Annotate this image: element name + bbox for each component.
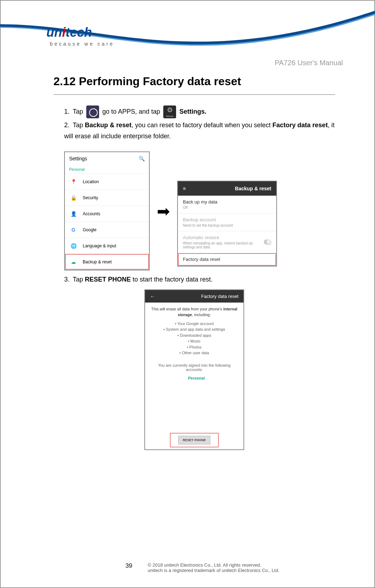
erase-item: System and app data and settings xyxy=(149,326,239,332)
brand-name: unitech xyxy=(46,25,92,40)
factory-intro: This will erase all data from your phone… xyxy=(149,306,239,318)
arrow-icon: ➡ xyxy=(157,202,170,220)
accounts-note: You are currently signed into the follow… xyxy=(145,360,243,423)
item-secondary: Need to set the backup account xyxy=(183,223,271,227)
footer-text: © 2018 unitech Electronics Co., Ltd. All… xyxy=(148,562,279,573)
settings-screen: Settings 🔍 Personal 📍 Location 🔒 Securit… xyxy=(64,151,150,270)
erase-item: Your Google account xyxy=(149,321,239,327)
factory-header: ← Factory data reset xyxy=(145,290,243,303)
reset-phone-button: RESET PHONE xyxy=(178,436,211,444)
apps-icon xyxy=(86,105,99,118)
item-primary: Back up my data xyxy=(183,199,271,205)
cloud-icon: ☁ xyxy=(71,259,76,265)
step-number: 2. xyxy=(64,120,73,131)
globe-icon: 🌐 xyxy=(71,243,76,249)
list-item-label: Language & input xyxy=(83,243,116,248)
section-number: 2.12 xyxy=(53,75,76,88)
erase-item: Photos xyxy=(149,344,239,350)
automatic-restore-item: Automatic restore When reinstalling an a… xyxy=(178,231,276,253)
step-1: 1.Tap go to APPS, and tap Settings. xyxy=(64,105,335,118)
back-arrow-icon: ← xyxy=(150,294,155,299)
item-secondary: Off xyxy=(183,206,271,210)
page-number: 39 xyxy=(125,562,132,569)
title-rule xyxy=(53,94,335,95)
erase-list: Your Google account System and app data … xyxy=(149,321,239,356)
erase-item: Other user data xyxy=(149,350,239,356)
backup-my-data-item: Back up my data Off xyxy=(178,196,276,213)
item-primary: Factory data reset xyxy=(183,257,271,262)
section-title: 2.12 Performing Factory data reset xyxy=(53,75,335,88)
search-icon: 🔍 xyxy=(139,156,145,161)
section-title-text: Performing Factory data reset xyxy=(79,75,241,88)
list-item-label: Backup & reset xyxy=(83,259,112,264)
accounts-item: 👤 Accounts xyxy=(65,206,149,222)
google-icon: G xyxy=(71,227,76,233)
brand-tagline: because we care xyxy=(50,41,114,47)
settings-icon xyxy=(163,105,176,118)
list-item-label: Google xyxy=(83,227,97,232)
screens-row: Settings 🔍 Personal 📍 Location 🔒 Securit… xyxy=(64,151,335,270)
settings-header: Settings 🔍 xyxy=(65,152,149,165)
content-area: 2.12 Performing Factory data reset 1.Tap… xyxy=(53,75,335,450)
backup-reset-screen: ≡ Backup & reset Back up my data Off Bac… xyxy=(177,181,277,267)
step-3: 3.Tap RESET PHONE to start the factory d… xyxy=(53,274,335,285)
step-number: 1. xyxy=(64,106,73,117)
step-number: 3. xyxy=(64,274,73,285)
security-item: 🔒 Security xyxy=(65,190,149,206)
step-2: 2.Tap Backup & reset, you can reset to f… xyxy=(64,120,335,141)
lock-icon: 🔒 xyxy=(71,195,76,201)
item-secondary: When reinstalling an app, restore backed… xyxy=(183,241,264,249)
settings-header-title: Settings xyxy=(69,156,87,161)
list-item-label: Location xyxy=(83,179,99,184)
reset-button-row: RESET PHONE xyxy=(145,423,243,449)
erase-item: Music xyxy=(149,338,239,344)
location-item: 📍 Location xyxy=(65,174,149,190)
factory-body: This will erase all data from your phone… xyxy=(145,303,243,360)
language-item: 🌐 Language & input xyxy=(65,238,149,254)
location-icon: 📍 xyxy=(71,179,76,185)
factory-reset-screen: ← Factory data reset This will erase all… xyxy=(144,289,244,450)
toggle-switch xyxy=(264,239,271,244)
google-item: G Google xyxy=(65,222,149,238)
list-item-label: Accounts xyxy=(83,211,100,216)
list-item-label: Security xyxy=(83,195,98,200)
factory-reset-item: Factory data reset xyxy=(178,253,276,266)
personal-section-label: Personal xyxy=(65,165,149,174)
backup-reset-item: ☁ Backup & reset xyxy=(65,254,149,270)
backup-header: ≡ Backup & reset xyxy=(178,181,276,196)
step3-screenshot-wrap: ← Factory data reset This will erase all… xyxy=(53,289,335,450)
backup-account-item: Backup account Need to set the backup ac… xyxy=(178,213,276,231)
steps-list: 1.Tap go to APPS, and tap Settings. 2.Ta… xyxy=(53,105,335,141)
brand-logo: unitech xyxy=(46,25,92,40)
item-primary: Automatic restore xyxy=(183,235,264,240)
factory-header-title: Factory data reset xyxy=(201,294,238,299)
item-primary: Backup account xyxy=(183,217,271,222)
manual-title: PA726 User's Manual xyxy=(275,59,343,67)
erase-item: Downloaded apps xyxy=(149,332,239,339)
page-footer: 39 © 2018 unitech Electronics Co., Ltd. … xyxy=(125,562,343,573)
backup-header-title: Backup & reset xyxy=(235,186,271,191)
hamburger-icon: ≡ xyxy=(183,186,186,191)
accounts-icon: 👤 xyxy=(71,211,76,217)
personal-tag: Personal xyxy=(188,376,205,380)
